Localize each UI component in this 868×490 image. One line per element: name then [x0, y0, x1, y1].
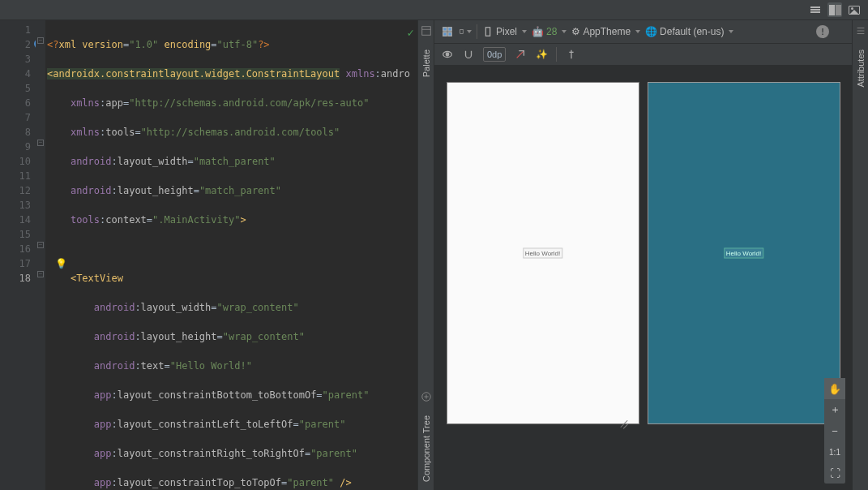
svg-rect-0	[421, 27, 430, 36]
fold-toggle[interactable]: −	[37, 140, 44, 146]
api-selector[interactable]: 🤖28	[532, 26, 567, 37]
line-number: 13	[19, 200, 31, 211]
theme-label: AppTheme	[583, 26, 631, 37]
device-selector[interactable]: Pixel	[482, 26, 527, 37]
svg-point-12	[446, 53, 449, 56]
attributes-rail: Attributes	[852, 20, 868, 490]
line-number: 15	[19, 229, 31, 240]
design-view-icon[interactable]	[847, 2, 862, 17]
view-options-icon[interactable]	[441, 48, 454, 61]
design-preview-blueprint[interactable]: Hello World!	[648, 82, 840, 424]
warnings-badge[interactable]: !	[816, 25, 829, 38]
line-number: 14	[19, 214, 31, 226]
line-number: 8	[25, 127, 31, 138]
palette-tab[interactable]: Palette	[421, 49, 431, 77]
palette-rail: Palette Component Tree	[418, 20, 434, 490]
line-number: 3	[25, 54, 31, 65]
device-label: Pixel	[496, 26, 517, 37]
api-label: 28	[546, 26, 557, 37]
code-view-icon[interactable]	[808, 2, 823, 17]
line-number: 10	[19, 156, 31, 167]
attributes-tab[interactable]: Attributes	[856, 49, 866, 87]
orientation-icon[interactable]	[459, 25, 472, 38]
guidelines-icon[interactable]	[565, 48, 578, 61]
svg-rect-9	[460, 29, 464, 33]
locale-selector[interactable]: 🌐Default (en-us)	[645, 26, 733, 37]
line-number: 12	[19, 185, 31, 196]
zoom-1to1[interactable]: 1:1	[824, 441, 845, 462]
default-margin[interactable]: 0dp	[483, 47, 506, 62]
line-number: 18	[19, 273, 31, 284]
hello-textview[interactable]: Hello World!	[523, 248, 562, 259]
margin-value: 0dp	[487, 49, 502, 59]
component-tree-tab[interactable]: Component Tree	[421, 415, 431, 482]
editor-tabs-toolbar	[0, 0, 868, 20]
component-tree-collapse-icon[interactable]	[421, 391, 432, 402]
line-number: 2	[25, 39, 31, 50]
attributes-collapse-icon[interactable]	[855, 25, 866, 37]
split-view-icon[interactable]	[827, 2, 842, 17]
fold-toggle[interactable]: −	[37, 37, 44, 44]
pan-icon[interactable]: ✋	[824, 378, 845, 399]
infer-constraints-icon[interactable]: ✨	[535, 48, 548, 61]
svg-rect-6	[448, 28, 451, 31]
zoom-fit-icon[interactable]: ⛶	[824, 462, 845, 484]
theme-selector[interactable]: ⚙AppTheme	[571, 26, 640, 37]
line-number: 7	[25, 112, 31, 123]
hello-textview-blueprint[interactable]: Hello World!	[724, 248, 763, 259]
line-number: 1	[25, 24, 31, 36]
svg-rect-10	[485, 28, 490, 37]
line-number: 4	[25, 68, 31, 80]
design-surface: Palette Component Tree Pixel 🤖28 ⚙AppThe…	[418, 20, 868, 490]
gutter: 1 2c 3 4 5 6 7 8 9 10 11 12 13 14 15 16 …	[0, 20, 36, 490]
svg-rect-7	[443, 32, 447, 36]
design-config-toolbar: Pixel 🤖28 ⚙AppTheme 🌐Default (en-us) !	[434, 20, 852, 44]
line-number: 16	[19, 243, 31, 255]
svg-rect-5	[443, 28, 447, 31]
magnet-icon[interactable]	[462, 48, 475, 61]
line-number: 6	[25, 97, 31, 109]
line-number: 5	[25, 83, 31, 94]
fold-column: − − − −	[36, 20, 45, 490]
resize-handle-icon[interactable]	[619, 419, 631, 430]
design-canvas[interactable]: Hello World! Hello World! ✋ ＋ − 1:1 ⛶	[434, 66, 852, 490]
zoom-in-icon[interactable]: ＋	[824, 399, 845, 420]
surface-select-icon[interactable]	[441, 25, 454, 38]
code-editor[interactable]: 1 2c 3 4 5 6 7 8 9 10 11 12 13 14 15 16 …	[0, 20, 418, 490]
intention-bulb-icon[interactable]: 💡	[55, 256, 67, 271]
code-area[interactable]: <?xml version="1.0" encoding="utf-8"?> <…	[45, 20, 417, 490]
design-preview-light[interactable]: Hello World!	[447, 82, 639, 424]
analysis-ok-icon[interactable]: ✓	[408, 25, 414, 40]
clear-constraints-icon[interactable]	[514, 48, 527, 61]
line-number: 17	[19, 258, 31, 269]
locale-label: Default (en-us)	[660, 26, 724, 37]
zoom-out-icon[interactable]: −	[824, 420, 845, 441]
palette-collapse-icon[interactable]	[421, 25, 432, 37]
svg-rect-8	[448, 32, 451, 36]
line-number: 11	[19, 170, 31, 182]
line-number: 9	[25, 141, 31, 153]
design-tools-toolbar: 0dp ✨	[434, 44, 852, 66]
zoom-controls: ✋ ＋ − 1:1 ⛶	[824, 378, 845, 484]
fold-toggle[interactable]: −	[37, 242, 44, 248]
fold-toggle[interactable]: −	[37, 271, 44, 277]
